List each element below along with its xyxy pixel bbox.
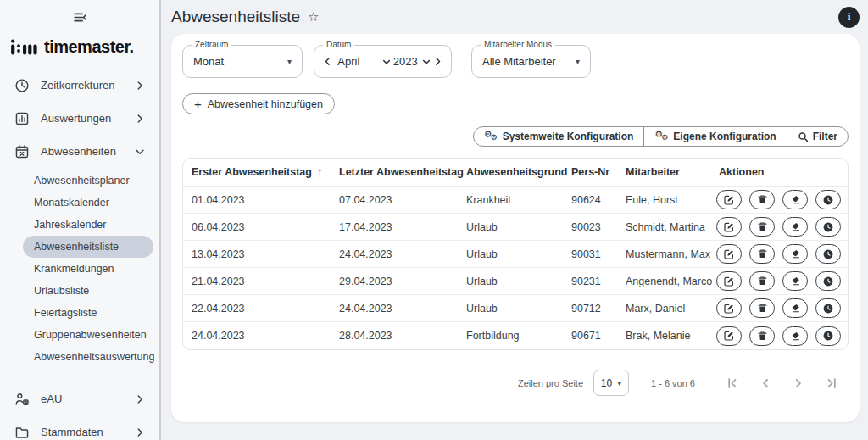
zeitraum-value: Monat: [193, 55, 287, 68]
cell-grund: Urlaub: [458, 303, 563, 315]
sidebar-subitem-urlaubsliste[interactable]: Urlaubsliste: [23, 280, 153, 302]
cell-erster-tag: 06.04.2023: [183, 221, 331, 233]
eraser-action-button[interactable]: [782, 217, 808, 237]
delete-action-button[interactable]: [749, 271, 775, 291]
month-select[interactable]: April: [337, 55, 392, 68]
edit-action-button[interactable]: [716, 298, 742, 318]
caret-down-icon: ▾: [576, 58, 580, 66]
sidebar-subitem-abwesenheitsauswertung[interactable]: Abwesenheitsauswertung: [23, 346, 153, 368]
table-row[interactable]: 13.04.2023 24.04.2023 Urlaub 90031 Muste…: [183, 241, 848, 268]
edit-action-button[interactable]: [716, 326, 742, 346]
clock-action-button[interactable]: [815, 190, 841, 209]
delete-action-button[interactable]: [749, 217, 775, 237]
edit-action-button[interactable]: [716, 244, 742, 264]
sidebar-subitem-monatskalender[interactable]: Monatskalender: [23, 192, 153, 214]
table-row[interactable]: 01.04.2023 07.04.2023 Krankheit 90624 Eu…: [183, 187, 848, 214]
sort-ascending-icon[interactable]: ↑: [317, 166, 322, 178]
column-header-aktionen: Aktionen: [710, 166, 848, 178]
search-icon: [798, 131, 809, 142]
sidebar-subitem-abwesenheitsliste[interactable]: Abwesenheitsliste: [23, 236, 153, 258]
column-header-mitarbeiter[interactable]: Mitarbeiter: [617, 166, 710, 178]
cell-grund: Urlaub: [458, 221, 563, 233]
system-config-label: Systemweite Konfiguration: [503, 131, 634, 142]
rows-per-page-select[interactable]: 10 ▾: [593, 370, 629, 396]
chevron-right-icon: [134, 113, 146, 125]
cell-mitarbeiter: Angenendt, Marco: [617, 276, 710, 287]
cell-mitarbeiter: Eule, Horst: [617, 194, 710, 206]
cell-aktionen: [710, 190, 848, 209]
next-month-icon[interactable]: [432, 56, 443, 67]
first-page-icon[interactable]: [726, 376, 739, 390]
clock-action-button[interactable]: [815, 244, 841, 264]
chevron-right-icon: [134, 426, 146, 438]
clock-action-button[interactable]: [815, 217, 841, 237]
folder-icon: [14, 425, 30, 440]
plus-icon: +: [194, 97, 202, 110]
year-value: 2023: [393, 55, 418, 68]
last-page-icon[interactable]: [825, 376, 838, 390]
collapse-menu-icon[interactable]: [70, 7, 91, 28]
filter-button[interactable]: Filter: [787, 127, 848, 146]
delete-action-button[interactable]: [749, 190, 775, 209]
filter-label: Filter: [813, 131, 837, 142]
year-select[interactable]: 2023: [393, 55, 431, 68]
table-row[interactable]: 06.04.2023 17.04.2023 Urlaub 90023 Schmi…: [183, 214, 848, 241]
delete-action-button[interactable]: [749, 326, 775, 346]
sidebar-subitem-jahreskalender[interactable]: Jahreskalender: [23, 214, 153, 236]
cell-mitarbeiter: Marx, Daniel: [617, 303, 710, 315]
edit-action-button[interactable]: [716, 190, 742, 209]
eraser-action-button[interactable]: [782, 326, 808, 346]
sidebar-item-stammdaten[interactable]: Stammdaten: [0, 415, 159, 440]
sidebar-item-zeitkorrekturen[interactable]: Zeitkorrekturen: [0, 69, 159, 102]
sidebar-item-label: Abwesenheiten: [41, 145, 134, 158]
own-config-button[interactable]: ⚙ ⚙ Eigene Konfiguration: [643, 127, 786, 146]
eraser-action-button[interactable]: [782, 271, 808, 291]
table-row[interactable]: 24.04.2023 28.04.2023 Fortbildung 90671 …: [183, 322, 848, 349]
next-page-icon[interactable]: [792, 376, 805, 390]
eraser-action-button[interactable]: [782, 190, 808, 209]
sidebar-subitem-gruppenabwesenheiten[interactable]: Gruppenabwesenheiten: [23, 324, 153, 346]
table-row[interactable]: 21.04.2023 29.04.2023 Urlaub 90231 Angen…: [183, 268, 848, 295]
previous-page-icon[interactable]: [759, 376, 772, 390]
add-absence-button[interactable]: + Abwesenheit hinzufügen: [182, 93, 335, 114]
sidebar: timemaster. Zeitkorrekturen Auswertungen: [0, 0, 161, 440]
caret-down-icon: ▾: [617, 379, 621, 387]
sidebar-item-abwesenheiten[interactable]: Abwesenheiten: [0, 135, 159, 168]
delete-action-button[interactable]: [749, 298, 775, 318]
cell-aktionen: [710, 326, 848, 346]
pagination-range: 1 - 6 von 6: [651, 378, 695, 388]
clock-action-button[interactable]: [815, 271, 841, 291]
delete-action-button[interactable]: [749, 244, 775, 264]
eraser-action-button[interactable]: [782, 244, 808, 264]
sidebar-subitem-krankmeldungen[interactable]: Krankmeldungen: [23, 258, 153, 280]
sidebar-item-auswertungen[interactable]: Auswertungen: [0, 102, 159, 135]
column-header-letzter-tag[interactable]: Letzter Abwesenheitstag: [331, 166, 458, 178]
rows-per-page-value: 10: [601, 377, 612, 389]
config-button-group: ⚙ ⚙ Systemweite Konfiguration ⚙ ⚙ Eigene…: [473, 126, 849, 147]
eraser-action-button[interactable]: [782, 298, 808, 318]
column-header-erster-tag[interactable]: Erster Abwesenheitstag↑: [183, 166, 331, 178]
sidebar-item-label: Auswertungen: [41, 112, 134, 125]
cell-letzter-tag: 28.04.2023: [331, 330, 458, 342]
zeitraum-select[interactable]: Zeitraum Monat ▾: [182, 45, 303, 78]
gears-icon: ⚙ ⚙: [484, 131, 498, 143]
clock-action-button[interactable]: [815, 326, 841, 346]
info-icon[interactable]: i: [838, 7, 860, 28]
sidebar-item-eau[interactable]: eAU: [0, 382, 159, 415]
clock-action-button[interactable]: [815, 298, 841, 318]
previous-month-icon[interactable]: [322, 56, 333, 67]
cell-letzter-tag: 24.04.2023: [331, 303, 458, 315]
edit-action-button[interactable]: [716, 271, 742, 291]
cell-grund: Urlaub: [458, 276, 563, 287]
table-row[interactable]: 22.04.2023 24.04.2023 Urlaub 90712 Marx,…: [183, 295, 848, 322]
sidebar-subitem-abwesenheitsplaner[interactable]: Abwesenheitsplaner: [23, 170, 153, 192]
system-config-button[interactable]: ⚙ ⚙ Systemweite Konfiguration: [474, 127, 644, 146]
column-header-persnr[interactable]: Pers-Nr: [563, 166, 617, 178]
cell-letzter-tag: 17.04.2023: [331, 221, 458, 233]
column-header-grund[interactable]: Abwesenheitsgrund: [458, 166, 563, 178]
favorite-star-icon[interactable]: ☆: [308, 9, 319, 25]
cell-aktionen: [710, 271, 848, 291]
sidebar-subitem-feiertagsliste[interactable]: Feiertagsliste: [23, 302, 153, 324]
mitarbeiter-modus-select[interactable]: Mitarbeiter Modus Alle Mitarbeiter ▾: [471, 45, 591, 78]
edit-action-button[interactable]: [716, 217, 742, 237]
